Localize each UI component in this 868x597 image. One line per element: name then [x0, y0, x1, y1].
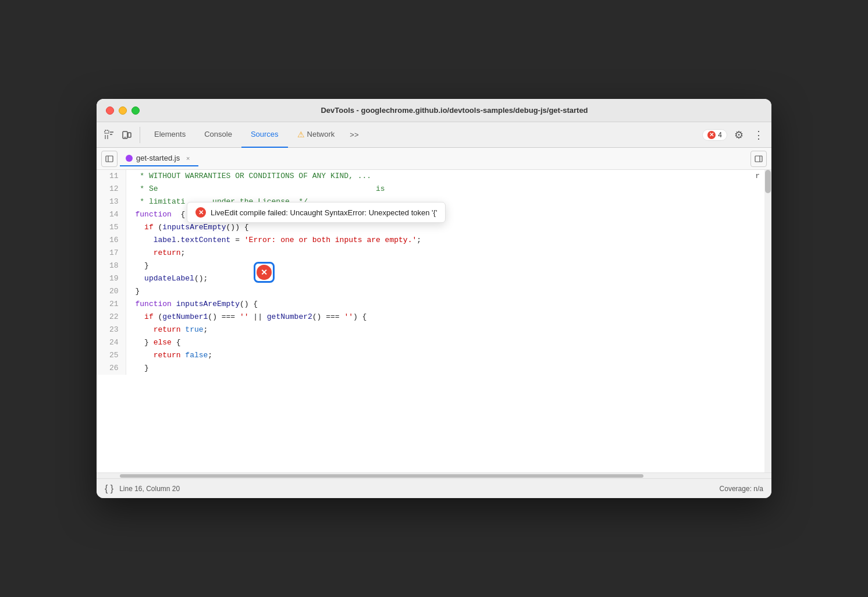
- inspect-icon[interactable]: [101, 127, 118, 143]
- status-bar: { } Line 16, Column 20 Coverage: n/a: [97, 478, 771, 498]
- line-number: 20: [97, 285, 126, 298]
- code-scroll[interactable]: 11 * WITHOUT WARRANTIES OR CONDITIONS OF…: [97, 170, 771, 375]
- code-table: 11 * WITHOUT WARRANTIES OR CONDITIONS OF…: [97, 170, 771, 375]
- svg-rect-0: [105, 130, 109, 133]
- line-code[interactable]: * Se is: [126, 183, 771, 196]
- line-number: 26: [97, 362, 126, 375]
- scrollbar-thumb-h[interactable]: [120, 474, 643, 478]
- sources-toolbar: get-started.js ×: [97, 148, 771, 170]
- line-code[interactable]: label.textContent = 'Error: one or both …: [126, 234, 771, 247]
- file-icon: [126, 155, 133, 162]
- scrollbar-thumb[interactable]: [765, 170, 771, 193]
- table-row: 15 if (inputsAreEmpty()) {: [97, 221, 771, 234]
- line-number: 11: [97, 170, 126, 183]
- table-row: 12 * Se is: [97, 183, 771, 196]
- line-number: 24: [97, 336, 126, 349]
- line-number: 14: [97, 208, 126, 221]
- line-number: 23: [97, 324, 126, 336]
- error-tooltip-text: LiveEdit compile failed: Uncaught Syntax…: [211, 208, 437, 217]
- svg-rect-6: [755, 156, 762, 162]
- line-number: 15: [97, 221, 126, 234]
- table-row: 26 }: [97, 362, 771, 375]
- file-tab-name: get-started.js: [136, 154, 180, 162]
- line-number: 25: [97, 349, 126, 362]
- table-row: 22 if (getNumber1() === '' || getNumber2…: [97, 311, 771, 324]
- settings-icon[interactable]: ⚙: [731, 127, 747, 143]
- line-number: 16: [97, 234, 126, 247]
- horizontal-scrollbar[interactable]: [97, 472, 771, 478]
- line-code[interactable]: * WITHOUT WARRANTIES OR CONDITIONS OF AN…: [126, 170, 771, 183]
- collapse-sidebar-btn[interactable]: [750, 151, 767, 167]
- traffic-lights: [106, 106, 140, 115]
- table-row: 25 return false;: [97, 349, 771, 362]
- code-area[interactable]: ✕ LiveEdit compile failed: Uncaught Synt…: [97, 170, 771, 472]
- line-number: 12: [97, 183, 126, 196]
- line-code[interactable]: }: [126, 260, 771, 272]
- line-code[interactable]: return false;: [126, 349, 771, 362]
- line-number: 22: [97, 311, 126, 324]
- table-row: 23 return true;: [97, 324, 771, 336]
- line-number: 18: [97, 260, 126, 272]
- line-number: 19: [97, 272, 126, 285]
- close-button[interactable]: [106, 106, 114, 115]
- vertical-scrollbar[interactable]: [764, 170, 771, 472]
- more-icon[interactable]: ⋮: [750, 127, 767, 143]
- tab-sources[interactable]: Sources: [241, 122, 288, 148]
- line-code[interactable]: function inputsAreEmpty() {: [126, 298, 771, 311]
- line-code[interactable]: updateLabel();: [126, 272, 771, 285]
- devtools-tabs: Elements Console Sources ⚠ Network >> ✕ …: [97, 122, 771, 148]
- table-row: 17 return;: [97, 247, 771, 260]
- line-number: 13: [97, 196, 126, 208]
- line-number: 17: [97, 247, 126, 260]
- line-code[interactable]: return true;: [126, 324, 771, 336]
- line-code[interactable]: return;: [126, 247, 771, 260]
- error-marker-icon: ✕: [257, 265, 272, 280]
- minimize-button[interactable]: [119, 106, 127, 115]
- error-badge[interactable]: ✕ 4: [702, 129, 727, 141]
- tab-console[interactable]: Console: [195, 122, 241, 148]
- table-row: 21 function inputsAreEmpty() {: [97, 298, 771, 311]
- svg-rect-2: [128, 133, 131, 137]
- table-row: 20 }: [97, 285, 771, 298]
- table-row: 19 updateLabel();: [97, 272, 771, 285]
- maximize-button[interactable]: [131, 106, 140, 115]
- format-icon[interactable]: { }: [105, 484, 113, 494]
- line-code[interactable]: } else {: [126, 336, 771, 349]
- tab-elements[interactable]: Elements: [145, 122, 195, 148]
- file-tab-close[interactable]: ×: [183, 154, 193, 163]
- error-tooltip: ✕ LiveEdit compile failed: Uncaught Synt…: [187, 202, 446, 223]
- tab-network[interactable]: ⚠ Network: [288, 122, 344, 148]
- line-code[interactable]: if (inputsAreEmpty()) {: [126, 221, 771, 234]
- table-row: 11 * WITHOUT WARRANTIES OR CONDITIONS OF…: [97, 170, 771, 183]
- line-code[interactable]: }: [126, 285, 771, 298]
- table-row: 24 } else {: [97, 336, 771, 349]
- cursor-position: Line 16, Column 20: [119, 485, 180, 493]
- line-code[interactable]: }: [126, 362, 771, 375]
- status-right: Coverage: n/a: [720, 485, 763, 493]
- error-tooltip-icon: ✕: [195, 207, 206, 218]
- table-row: 16 label.textContent = 'Error: one or bo…: [97, 234, 771, 247]
- svg-rect-4: [106, 156, 113, 162]
- tabs-right: ✕ 4 ⚙ ⋮: [702, 127, 767, 143]
- error-marker: ✕: [254, 262, 275, 283]
- line-number: 21: [97, 298, 126, 311]
- table-row: 18 }: [97, 260, 771, 272]
- sidebar-toggle-btn[interactable]: [101, 151, 118, 167]
- device-icon[interactable]: [119, 127, 135, 143]
- window-title: DevTools - googlechrome.github.io/devtoo…: [147, 106, 762, 115]
- titlebar: DevTools - googlechrome.github.io/devtoo…: [97, 99, 771, 122]
- tab-more[interactable]: >>: [344, 122, 364, 148]
- line-code[interactable]: if (getNumber1() === '' || getNumber2() …: [126, 311, 771, 324]
- devtools-window: DevTools - googlechrome.github.io/devtoo…: [97, 99, 771, 498]
- file-tab[interactable]: get-started.js ×: [120, 151, 198, 166]
- error-x-icon: ✕: [707, 131, 716, 139]
- coverage-status: Coverage: n/a: [720, 485, 763, 493]
- status-left: { } Line 16, Column 20: [105, 484, 180, 494]
- toolbar-icons: [101, 127, 140, 143]
- warning-icon: ⚠: [297, 130, 305, 139]
